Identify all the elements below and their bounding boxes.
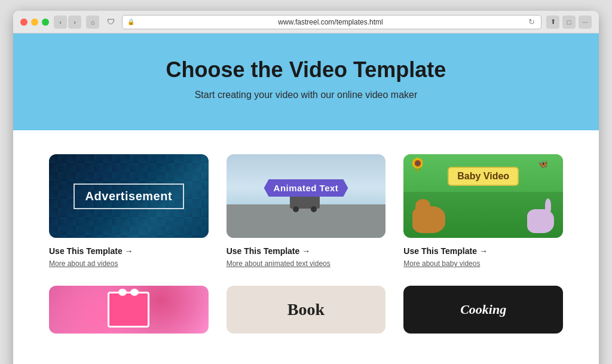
templates-section: Advertisement Use This Template → More a… [13, 130, 599, 354]
template-card-gift [49, 286, 209, 342]
template-action-animated-text: Use This Template → More about animated … [227, 246, 386, 268]
maximize-button[interactable] [42, 19, 49, 26]
browser-toolbar-right: ⬆ □ ··· [546, 16, 592, 29]
cooking-preview: Cooking [403, 286, 563, 334]
forward-button[interactable]: › [68, 16, 81, 29]
book-preview: Book [227, 286, 386, 334]
browser-titlebar: ‹ › ⌂ 🛡 🔒 www.fastreel.com/templates.htm… [13, 11, 599, 33]
refresh-button[interactable]: ↻ [527, 17, 536, 27]
template-action-advertisement: Use This Template → More about ad videos [49, 246, 209, 268]
more-about-animated-text[interactable]: More about animated text videos [227, 259, 386, 268]
advertisement-preview: Advertisement [49, 154, 209, 238]
more-about-advertisement[interactable]: More about ad videos [49, 259, 209, 268]
browser-window: ‹ › ⌂ 🛡 🔒 www.fastreel.com/templates.htm… [13, 11, 599, 364]
template-action-baby-video: Use This Template → More about baby vide… [403, 246, 563, 268]
shield-icon: 🛡 [104, 16, 117, 29]
traffic-lights [20, 19, 49, 26]
use-template-animated-text[interactable]: Use This Template → [227, 246, 386, 256]
minimize-button[interactable] [31, 19, 38, 26]
cooking-label: Cooking [460, 302, 506, 317]
more-button[interactable]: ··· [579, 16, 592, 29]
gift-box [108, 292, 149, 328]
thumbnail-cooking[interactable]: Cooking [403, 286, 563, 334]
lock-icon: 🔒 [127, 19, 134, 25]
bookmark-button[interactable]: □ [562, 16, 576, 29]
advertisement-label: Advertisement [74, 183, 184, 209]
thumbnail-gift[interactable] [49, 286, 209, 334]
close-button[interactable] [20, 19, 27, 26]
use-template-advertisement[interactable]: Use This Template → [49, 246, 209, 256]
dog-element [412, 206, 445, 233]
baby-video-label: Baby Video [448, 167, 519, 186]
share-button[interactable]: ⬆ [546, 16, 559, 29]
animated-text-label: Animated Text [264, 179, 348, 197]
back-button[interactable]: ‹ [54, 16, 67, 29]
url-text: www.fastreel.com/templates.html [138, 18, 523, 26]
page-content: Choose the Video Template Start creating… [13, 33, 599, 364]
template-card-advertisement: Advertisement Use This Template → More a… [49, 154, 209, 268]
sunflower-icon: 🌻 [409, 157, 426, 173]
bow-left [118, 289, 127, 296]
thumbnail-book[interactable]: Book [227, 286, 386, 334]
address-bar[interactable]: 🔒 www.fastreel.com/templates.html ↻ [122, 15, 541, 29]
templates-grid: Advertisement Use This Template → More a… [49, 154, 563, 342]
use-template-baby-video[interactable]: Use This Template → [403, 246, 563, 256]
page-subtitle: Start creating your video with our onlin… [25, 90, 587, 100]
thumbnail-advertisement[interactable]: Advertisement [49, 154, 209, 238]
page-title: Choose the Video Template [25, 57, 587, 82]
hero-section: Choose the Video Template Start creating… [13, 33, 599, 130]
book-label: Book [287, 300, 325, 319]
road-element [227, 204, 386, 238]
baby-video-preview: 🌻 🦋 Baby Video [403, 154, 563, 238]
nav-buttons: ‹ › [54, 16, 81, 29]
template-card-cooking: Cooking [403, 286, 563, 342]
template-card-book: Book [227, 286, 386, 342]
home-button[interactable]: ⌂ [86, 16, 99, 29]
thumbnail-animated-text[interactable]: Animated Text [227, 154, 386, 238]
animated-text-preview: Animated Text [227, 154, 386, 238]
bow-right [130, 289, 139, 296]
gift-preview [49, 286, 209, 334]
thumbnail-baby-video[interactable]: 🌻 🦋 Baby Video [403, 154, 563, 238]
rabbit-element [527, 209, 554, 233]
butterfly-icon: 🦋 [538, 159, 548, 169]
template-card-baby-video: 🌻 🦋 Baby Video Use This Template → More … [403, 154, 563, 268]
template-card-animated-text: Animated Text Use This Template → More a… [227, 154, 386, 268]
more-about-baby-video[interactable]: More about baby videos [403, 259, 563, 268]
